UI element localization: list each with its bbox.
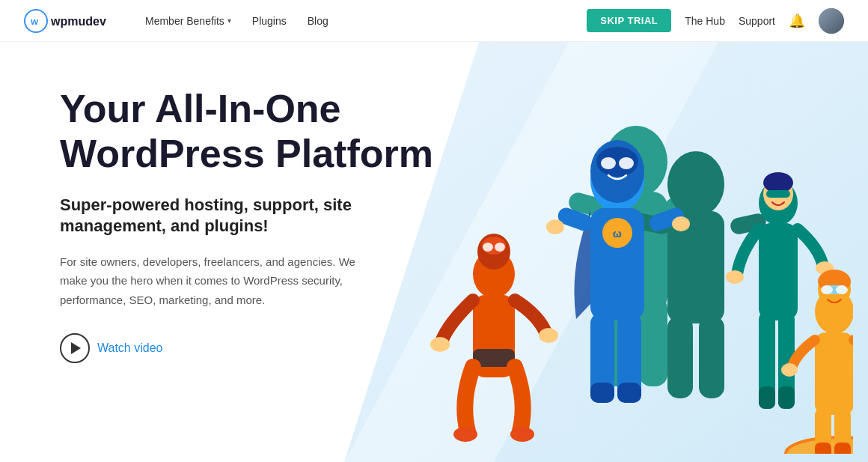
svg-text:w: w [30,16,39,27]
svg-point-68 [781,363,798,377]
svg-point-21 [619,157,634,169]
svg-rect-13 [667,316,693,398]
svg-rect-27 [590,383,614,403]
play-circle-icon [60,333,90,363]
watch-video-label: Watch video [97,341,162,355]
svg-point-11 [667,151,724,217]
the-hub-link[interactable]: The Hub [685,15,725,27]
hero-orange-character [430,234,558,442]
watch-video-button[interactable]: Watch video [60,333,162,363]
svg-text:ω: ω [613,228,622,240]
avatar-image [819,8,844,34]
play-triangle-icon [71,342,81,354]
svg-point-41 [510,427,534,442]
svg-rect-14 [699,316,724,398]
svg-rect-67 [834,443,851,454]
svg-point-40 [453,427,477,442]
skip-trial-button[interactable]: SKIP TRIAL [587,9,671,32]
avatar[interactable] [819,8,844,34]
svg-rect-48 [759,223,798,320]
chevron-down-icon: ▾ [227,16,231,25]
hero-title: Your All-In-One WordPress Platform [60,87,449,177]
svg-point-32 [672,216,690,231]
svg-point-37 [495,243,505,252]
support-link[interactable]: Support [739,15,775,27]
logo-svg: w wpmudev [24,9,121,33]
svg-rect-52 [778,386,795,409]
hero-section: Your All-In-One WordPress Platform Super… [0,42,868,462]
navbar: w wpmudev Member Benefits ▾ Plugins Blog… [0,0,868,42]
nav-links: Member Benefits ▾ Plugins Blog [145,15,587,27]
svg-rect-51 [759,386,775,409]
svg-point-36 [483,243,493,252]
svg-rect-28 [617,383,641,403]
svg-point-43 [539,328,558,343]
svg-rect-63 [815,332,853,415]
svg-point-31 [546,219,564,234]
svg-point-20 [601,157,616,169]
hero-illustration: ω [419,64,853,454]
svg-point-62 [836,285,848,294]
nav-blog[interactable]: Blog [308,15,328,27]
svg-point-61 [821,285,833,294]
hero-description: For site owners, developers, freelancers… [60,252,374,310]
svg-point-53 [726,270,744,284]
svg-point-46 [763,172,793,193]
navbar-right: SKIP TRIAL The Hub Support 🔔 [587,8,844,34]
svg-rect-47 [766,190,790,198]
hero-subtitle: Super-powered hosting, support, site man… [60,195,449,237]
hero-content: Your All-In-One WordPress Platform Super… [60,87,449,363]
svg-rect-66 [815,443,831,454]
svg-text:wpmudev: wpmudev [50,15,106,28]
logo[interactable]: w wpmudev [24,9,121,33]
notification-bell-icon[interactable]: 🔔 [789,13,805,29]
nav-member-benefits[interactable]: Member Benefits ▾ [145,15,231,27]
nav-plugins[interactable]: Plugins [252,15,287,27]
